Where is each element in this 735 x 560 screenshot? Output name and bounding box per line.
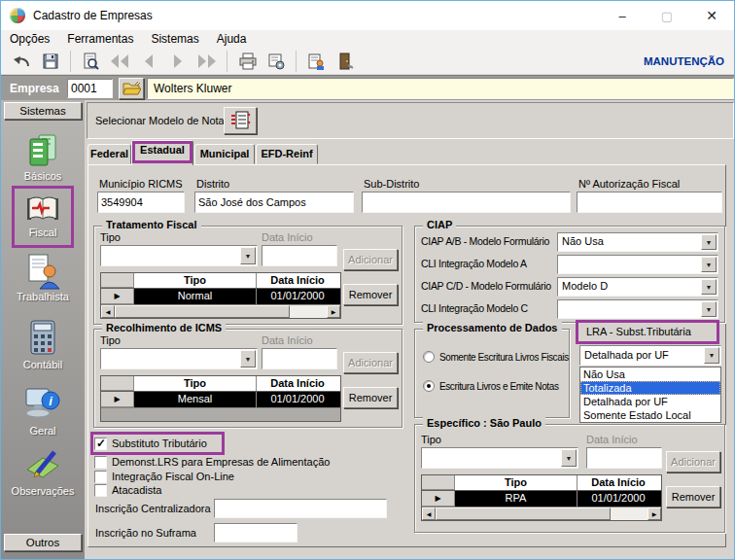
print-button[interactable]: [232, 50, 262, 73]
radio-somente-escritura[interactable]: [423, 351, 435, 363]
chevron-down-icon[interactable]: ▼: [701, 301, 717, 317]
inscricao-centralizadora-input[interactable]: [214, 499, 387, 518]
checkbox-label[interactable]: Substituto Tributário: [112, 438, 207, 449]
radio-label[interactable]: Somente Escritura Livros Fiscais: [439, 352, 569, 363]
company-name-input[interactable]: [147, 78, 734, 99]
menu-opcoes[interactable]: Opções: [1, 30, 58, 48]
checkbox-label[interactable]: Demonst.LRS para Empresas de Alimentação: [112, 456, 330, 468]
chevron-down-icon[interactable]: ▼: [701, 234, 717, 250]
municipio-ricms-input[interactable]: [97, 192, 185, 213]
sidebar-item-geral[interactable]: i: [23, 384, 62, 423]
last-record-button[interactable]: [192, 50, 222, 73]
radio-label[interactable]: Escritura Livros e Emite Notas: [439, 381, 559, 392]
checkbox-label[interactable]: Atacadista: [112, 484, 161, 496]
company-code-input[interactable]: [67, 79, 113, 98]
tratamento-data-inicio-input[interactable]: [262, 245, 337, 266]
menu-ferramentas[interactable]: Ferramentas: [58, 30, 142, 48]
checkbox-atacadista[interactable]: [94, 484, 107, 497]
menu-ajuda[interactable]: Ajuda: [208, 30, 256, 48]
table-row[interactable]: ▶ RPA 01/01/2000: [422, 491, 661, 507]
checkbox-label[interactable]: Integração Fiscal On-Line: [112, 471, 234, 482]
sidebar-item-fiscal[interactable]: [25, 192, 60, 227]
scrollbar-thumb[interactable]: [436, 508, 611, 520]
cli-c-combo[interactable]: ▼: [557, 299, 718, 319]
first-record-button[interactable]: [105, 50, 134, 73]
next-record-button[interactable]: [163, 50, 192, 73]
scroll-left-icon[interactable]: ◀: [422, 508, 436, 520]
scroll-left-icon[interactable]: ◀: [101, 305, 115, 318]
tab-municipal[interactable]: Municipal: [194, 144, 255, 164]
sidebar-item-trabalhista[interactable]: [23, 252, 62, 291]
sidebar-label-observacoes[interactable]: Observações: [1, 485, 85, 497]
sidebar-item-contabil[interactable]: [25, 318, 60, 357]
dropdown-option[interactable]: Detalhada por UF: [580, 395, 720, 408]
tab-estadual[interactable]: Estadual: [131, 140, 193, 165]
inscricao-suframa-input[interactable]: [214, 523, 298, 542]
tab-federal[interactable]: Federal: [88, 144, 131, 164]
sidebar-label-geral[interactable]: Geral: [1, 425, 85, 437]
chevron-down-icon[interactable]: ▼: [701, 279, 717, 295]
autorizacao-fiscal-input[interactable]: [577, 192, 722, 213]
recolhimento-adicionar-button[interactable]: Adicionar: [343, 352, 398, 373]
sidebar-outros-button[interactable]: Outros: [4, 534, 82, 551]
tratamento-tipo-combo[interactable]: ▼: [100, 245, 258, 266]
chevron-down-icon[interactable]: ▼: [561, 449, 577, 467]
dropdown-option[interactable]: Totalizada: [580, 381, 720, 395]
preview-button[interactable]: [76, 50, 105, 73]
ciap-cd-combo[interactable]: Modelo D ▼: [557, 277, 718, 297]
sidebar-item-observacoes[interactable]: [23, 446, 62, 485]
distrito-input[interactable]: [194, 192, 354, 213]
recolhimento-icms-group: Recolhimento de ICMS Tipo ▼ Data Início …: [93, 329, 402, 428]
print-setup-button[interactable]: [262, 50, 291, 73]
previous-record-button[interactable]: [134, 50, 163, 73]
ciap-ab-combo[interactable]: Não Usa ▼: [557, 232, 718, 252]
tratamento-remover-button[interactable]: Remover: [343, 284, 398, 305]
sidebar-sistemas-button[interactable]: Sistemas: [4, 102, 82, 120]
especifico-adicionar-button[interactable]: Adicionar: [666, 451, 720, 472]
dropdown-option[interactable]: Somente Estado Local: [580, 408, 720, 422]
log-button[interactable]: [301, 50, 331, 73]
sidebar-label-contabil[interactable]: Contábil: [1, 359, 85, 370]
horizontal-scrollbar[interactable]: ◀ ▶: [422, 507, 661, 520]
checkbox-substituto-tributario[interactable]: [94, 438, 107, 450]
undo-button[interactable]: [7, 50, 36, 73]
table-row[interactable]: ▶ Normal 01/01/2000: [101, 289, 340, 304]
maximize-button[interactable]: ▢: [645, 1, 689, 30]
recolhimento-data-inicio-input[interactable]: [262, 348, 337, 369]
tab-efd-reinf[interactable]: EFD-Reinf: [256, 144, 318, 164]
tratamento-adicionar-button[interactable]: Adicionar: [343, 249, 398, 270]
especifico-tipo-combo[interactable]: ▼: [421, 447, 578, 469]
table-row[interactable]: ▶ Mensal 01/01/2000: [101, 392, 340, 407]
dropdown-option[interactable]: Não Usa: [580, 368, 720, 381]
open-company-button[interactable]: [119, 78, 144, 99]
recolhimento-tipo-combo[interactable]: ▼: [100, 348, 258, 369]
scrollbar-thumb[interactable]: [115, 305, 290, 318]
chevron-down-icon[interactable]: ▼: [240, 247, 256, 264]
save-button[interactable]: [36, 50, 65, 73]
note-model-button[interactable]: [224, 107, 257, 134]
sub-distrito-input[interactable]: [362, 192, 571, 213]
sidebar-label-fiscal[interactable]: Fiscal: [1, 227, 85, 238]
checkbox-integracao-fiscal[interactable]: [94, 471, 107, 483]
sidebar-item-basicos[interactable]: [23, 131, 62, 170]
recolhimento-remover-button[interactable]: Remover: [343, 387, 398, 408]
sidebar-label-basicos[interactable]: Básicos: [1, 170, 85, 182]
chevron-down-icon[interactable]: ▼: [240, 350, 256, 368]
chevron-down-icon[interactable]: ▼: [701, 257, 717, 272]
horizontal-scrollbar[interactable]: ◀ ▶: [101, 304, 340, 318]
scroll-right-icon[interactable]: ▶: [327, 305, 340, 318]
minimize-button[interactable]: –: [600, 1, 645, 30]
exit-button[interactable]: [331, 50, 360, 73]
close-button[interactable]: ✕: [689, 1, 734, 30]
chevron-down-icon[interactable]: ▼: [704, 347, 719, 364]
scroll-right-icon[interactable]: ▶: [648, 508, 661, 520]
radio-escritura-emite-notas[interactable]: [423, 380, 435, 392]
cli-a-combo[interactable]: ▼: [557, 255, 718, 274]
lra-combo[interactable]: Detalhada por UF ▼: [579, 345, 721, 366]
menu-sistemas[interactable]: Sistemas: [142, 30, 207, 48]
sidebar-label-trabalhista[interactable]: Trabalhista: [1, 291, 85, 302]
especifico-remover-button[interactable]: Remover: [666, 486, 720, 508]
especifico-data-inicio-input[interactable]: [586, 447, 662, 469]
checkbox-demonst-lrs[interactable]: [94, 456, 107, 469]
books-icon: [23, 131, 62, 170]
